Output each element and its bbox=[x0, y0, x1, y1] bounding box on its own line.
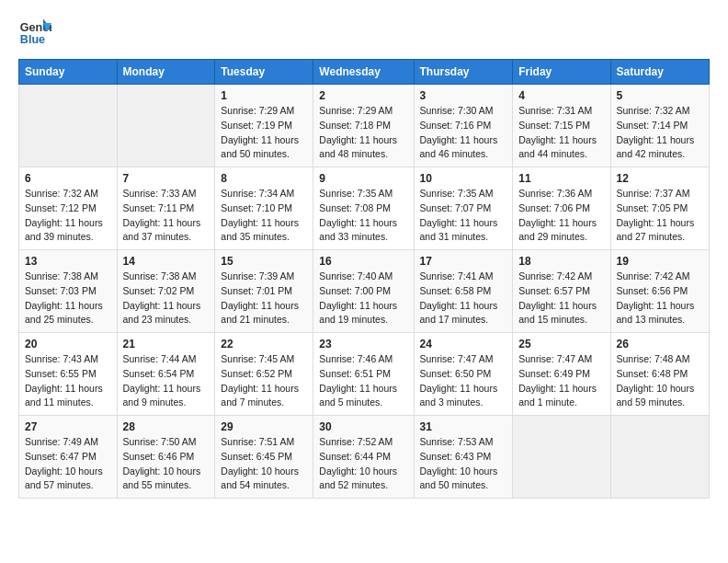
calendar-week-3: 13 Sunrise: 7:38 AM Sunset: 7:03 PM Dayl… bbox=[19, 250, 710, 333]
sunset-text: Sunset: 7:08 PM bbox=[319, 201, 407, 216]
weekday-header-monday: Monday bbox=[117, 60, 215, 85]
daylight-text: Daylight: 10 hours and 57 minutes. bbox=[25, 465, 111, 494]
day-info: Sunrise: 7:38 AM Sunset: 7:03 PM Dayligh… bbox=[25, 270, 111, 327]
day-number: 11 bbox=[518, 172, 604, 185]
calendar-cell: 8 Sunrise: 7:34 AM Sunset: 7:10 PM Dayli… bbox=[215, 167, 313, 250]
day-info: Sunrise: 7:39 AM Sunset: 7:01 PM Dayligh… bbox=[221, 270, 307, 327]
calendar-cell: 7 Sunrise: 7:33 AM Sunset: 7:11 PM Dayli… bbox=[117, 167, 215, 250]
day-number: 16 bbox=[319, 255, 407, 268]
sunset-text: Sunset: 7:03 PM bbox=[25, 284, 111, 299]
daylight-text: Daylight: 10 hours and 59 minutes. bbox=[617, 382, 703, 411]
daylight-text: Daylight: 11 hours and 15 minutes. bbox=[518, 299, 604, 328]
calendar-week-1: 1 Sunrise: 7:29 AM Sunset: 7:19 PM Dayli… bbox=[19, 85, 710, 167]
sunset-text: Sunset: 7:01 PM bbox=[221, 284, 307, 299]
sunset-text: Sunset: 6:44 PM bbox=[319, 450, 407, 465]
day-info: Sunrise: 7:29 AM Sunset: 7:18 PM Dayligh… bbox=[319, 104, 407, 162]
day-number: 15 bbox=[221, 255, 307, 268]
page-header: General Blue bbox=[18, 15, 710, 48]
sunset-text: Sunset: 7:18 PM bbox=[319, 119, 407, 133]
day-info: Sunrise: 7:44 AM Sunset: 6:54 PM Dayligh… bbox=[123, 352, 210, 410]
daylight-text: Daylight: 11 hours and 27 minutes. bbox=[617, 216, 703, 246]
daylight-text: Daylight: 11 hours and 1 minute. bbox=[518, 382, 604, 411]
calendar-cell: 14 Sunrise: 7:38 AM Sunset: 7:02 PM Dayl… bbox=[117, 250, 215, 333]
calendar-cell: 3 Sunrise: 7:30 AM Sunset: 7:16 PM Dayli… bbox=[414, 85, 513, 167]
sunrise-text: Sunrise: 7:41 AM bbox=[420, 270, 507, 284]
sunset-text: Sunset: 7:19 PM bbox=[221, 119, 307, 133]
sunrise-text: Sunrise: 7:43 AM bbox=[25, 352, 111, 367]
calendar-week-2: 6 Sunrise: 7:32 AM Sunset: 7:12 PM Dayli… bbox=[19, 167, 710, 250]
sunset-text: Sunset: 6:47 PM bbox=[25, 450, 111, 465]
sunset-text: Sunset: 6:51 PM bbox=[319, 367, 407, 382]
sunrise-text: Sunrise: 7:33 AM bbox=[123, 187, 210, 201]
daylight-text: Daylight: 11 hours and 46 minutes. bbox=[420, 133, 507, 163]
day-info: Sunrise: 7:37 AM Sunset: 7:05 PM Dayligh… bbox=[617, 187, 703, 245]
calendar-cell: 30 Sunrise: 7:52 AM Sunset: 6:44 PM Dayl… bbox=[313, 416, 414, 499]
day-info: Sunrise: 7:46 AM Sunset: 6:51 PM Dayligh… bbox=[319, 352, 407, 410]
day-info: Sunrise: 7:50 AM Sunset: 6:46 PM Dayligh… bbox=[123, 435, 210, 493]
daylight-text: Daylight: 11 hours and 17 minutes. bbox=[420, 299, 507, 328]
sunrise-text: Sunrise: 7:45 AM bbox=[221, 352, 307, 367]
daylight-text: Daylight: 11 hours and 11 minutes. bbox=[25, 382, 111, 411]
sunset-text: Sunset: 7:16 PM bbox=[420, 119, 507, 133]
calendar-table: SundayMondayTuesdayWednesdayThursdayFrid… bbox=[18, 59, 710, 499]
sunrise-text: Sunrise: 7:37 AM bbox=[617, 187, 703, 201]
calendar-cell: 10 Sunrise: 7:35 AM Sunset: 7:07 PM Dayl… bbox=[414, 167, 513, 250]
calendar-cell: 20 Sunrise: 7:43 AM Sunset: 6:55 PM Dayl… bbox=[19, 333, 118, 416]
calendar-cell: 4 Sunrise: 7:31 AM Sunset: 7:15 PM Dayli… bbox=[513, 85, 610, 167]
calendar-cell: 6 Sunrise: 7:32 AM Sunset: 7:12 PM Dayli… bbox=[19, 167, 118, 250]
sunset-text: Sunset: 7:05 PM bbox=[617, 201, 703, 216]
sunset-text: Sunset: 7:12 PM bbox=[25, 201, 111, 216]
day-number: 13 bbox=[25, 255, 111, 268]
sunset-text: Sunset: 6:46 PM bbox=[123, 450, 210, 465]
day-number: 31 bbox=[420, 420, 507, 433]
calendar-cell bbox=[19, 85, 118, 167]
sunset-text: Sunset: 6:50 PM bbox=[420, 367, 507, 382]
daylight-text: Daylight: 10 hours and 50 minutes. bbox=[420, 465, 507, 494]
sunrise-text: Sunrise: 7:32 AM bbox=[617, 104, 703, 119]
day-number: 30 bbox=[319, 420, 407, 433]
day-number: 7 bbox=[123, 172, 210, 185]
day-number: 19 bbox=[617, 255, 703, 268]
daylight-text: Daylight: 11 hours and 31 minutes. bbox=[420, 216, 507, 246]
calendar-header: SundayMondayTuesdayWednesdayThursdayFrid… bbox=[19, 60, 710, 85]
sunrise-text: Sunrise: 7:53 AM bbox=[420, 435, 507, 450]
sunrise-text: Sunrise: 7:50 AM bbox=[123, 435, 210, 450]
calendar-cell bbox=[513, 416, 610, 499]
calendar-cell bbox=[610, 416, 709, 499]
day-number: 25 bbox=[518, 338, 604, 350]
weekday-header-saturday: Saturday bbox=[610, 60, 709, 85]
daylight-text: Daylight: 11 hours and 5 minutes. bbox=[319, 382, 407, 411]
day-number: 29 bbox=[221, 420, 307, 433]
calendar-cell: 18 Sunrise: 7:42 AM Sunset: 6:57 PM Dayl… bbox=[513, 250, 610, 333]
daylight-text: Daylight: 11 hours and 19 minutes. bbox=[319, 299, 407, 328]
sunrise-text: Sunrise: 7:48 AM bbox=[617, 352, 703, 367]
day-number: 3 bbox=[420, 89, 507, 102]
sunrise-text: Sunrise: 7:30 AM bbox=[420, 104, 507, 119]
daylight-text: Daylight: 11 hours and 29 minutes. bbox=[518, 216, 604, 246]
sunset-text: Sunset: 7:06 PM bbox=[518, 201, 604, 216]
sunrise-text: Sunrise: 7:44 AM bbox=[123, 352, 210, 367]
day-info: Sunrise: 7:38 AM Sunset: 7:02 PM Dayligh… bbox=[123, 270, 210, 327]
sunrise-text: Sunrise: 7:35 AM bbox=[319, 187, 407, 201]
calendar-cell: 29 Sunrise: 7:51 AM Sunset: 6:45 PM Dayl… bbox=[215, 416, 313, 499]
calendar-cell: 22 Sunrise: 7:45 AM Sunset: 6:52 PM Dayl… bbox=[215, 333, 313, 416]
sunset-text: Sunset: 6:49 PM bbox=[518, 367, 604, 382]
sunrise-text: Sunrise: 7:49 AM bbox=[25, 435, 111, 450]
day-info: Sunrise: 7:42 AM Sunset: 6:56 PM Dayligh… bbox=[617, 270, 703, 327]
daylight-text: Daylight: 10 hours and 55 minutes. bbox=[123, 465, 210, 494]
day-info: Sunrise: 7:32 AM Sunset: 7:14 PM Dayligh… bbox=[617, 104, 703, 162]
calendar-cell: 5 Sunrise: 7:32 AM Sunset: 7:14 PM Dayli… bbox=[610, 85, 709, 167]
calendar-cell: 15 Sunrise: 7:39 AM Sunset: 7:01 PM Dayl… bbox=[215, 250, 313, 333]
sunrise-text: Sunrise: 7:52 AM bbox=[319, 435, 407, 450]
day-number: 6 bbox=[25, 172, 111, 185]
weekday-header-friday: Friday bbox=[513, 60, 610, 85]
calendar-cell: 27 Sunrise: 7:49 AM Sunset: 6:47 PM Dayl… bbox=[19, 416, 118, 499]
calendar-week-5: 27 Sunrise: 7:49 AM Sunset: 6:47 PM Dayl… bbox=[19, 416, 710, 499]
day-info: Sunrise: 7:31 AM Sunset: 7:15 PM Dayligh… bbox=[518, 104, 604, 162]
day-number: 22 bbox=[221, 338, 307, 350]
sunrise-text: Sunrise: 7:36 AM bbox=[518, 187, 604, 201]
day-info: Sunrise: 7:41 AM Sunset: 6:58 PM Dayligh… bbox=[420, 270, 507, 327]
logo: General Blue bbox=[18, 15, 55, 48]
daylight-text: Daylight: 10 hours and 54 minutes. bbox=[221, 465, 307, 494]
calendar-cell: 24 Sunrise: 7:47 AM Sunset: 6:50 PM Dayl… bbox=[414, 333, 513, 416]
